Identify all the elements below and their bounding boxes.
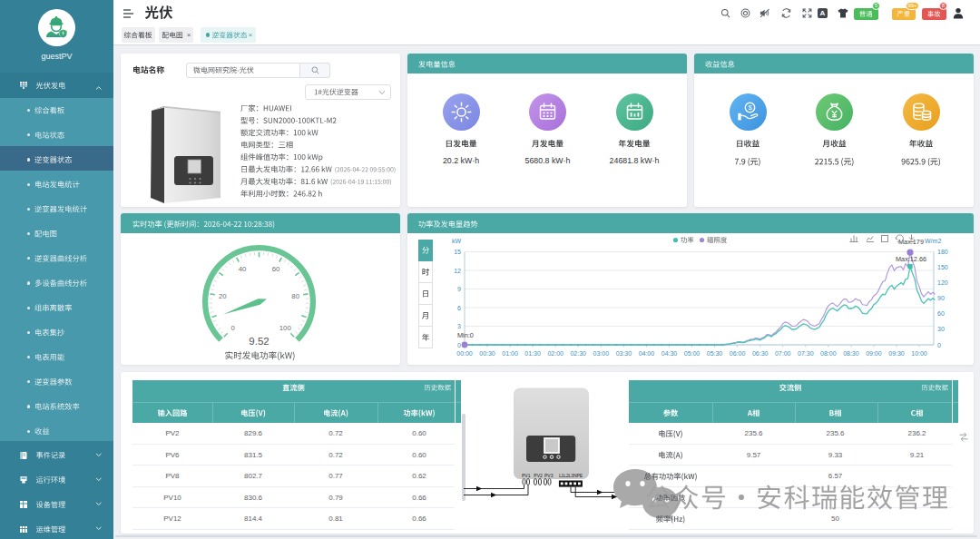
svg-text:PV3: PV3 [544, 473, 554, 478]
svg-text:05:00: 05:00 [684, 350, 701, 357]
svg-text:05:30: 05:30 [707, 350, 723, 357]
svg-text:90: 90 [937, 295, 945, 301]
svg-text:40: 40 [239, 265, 247, 273]
svg-text:120: 120 [937, 279, 948, 286]
svg-text:30: 30 [937, 326, 945, 332]
svg-text:W/m2: W/m2 [925, 238, 941, 244]
svg-text:9.52: 9.52 [249, 336, 269, 347]
svg-text:01:00: 01:00 [502, 350, 518, 357]
svg-text:03:00: 03:00 [593, 350, 610, 357]
svg-text:04:30: 04:30 [662, 350, 678, 357]
svg-text:09:30: 09:30 [888, 350, 905, 357]
svg-text:02:00: 02:00 [547, 350, 564, 357]
svg-text:0: 0 [937, 342, 941, 348]
svg-text:20: 20 [219, 292, 227, 300]
svg-text:180: 180 [937, 249, 948, 255]
svg-text:L1L2L3NPE: L1L2L3NPE [559, 473, 583, 478]
svg-text:9: 9 [457, 286, 461, 292]
svg-text:0: 0 [231, 324, 236, 332]
svg-text:07:30: 07:30 [798, 350, 814, 357]
svg-text:Max:12.66: Max:12.66 [896, 255, 926, 263]
svg-text:0: 0 [457, 342, 461, 348]
svg-text:06:00: 06:00 [730, 350, 746, 357]
svg-text:150: 150 [937, 264, 948, 270]
svg-text:00:00: 00:00 [456, 350, 473, 357]
svg-text:3: 3 [457, 323, 461, 329]
svg-text:08:30: 08:30 [843, 350, 859, 357]
svg-text:12: 12 [454, 268, 461, 274]
svg-text:00:30: 00:30 [479, 350, 495, 357]
svg-text:07:00: 07:00 [775, 350, 791, 357]
svg-text:15: 15 [454, 249, 461, 255]
svg-text:10:00: 10:00 [911, 350, 927, 357]
svg-text:100: 100 [279, 324, 292, 332]
svg-text:PV1: PV1 [522, 473, 531, 478]
svg-text:04:00: 04:00 [639, 350, 655, 357]
svg-text:01:30: 01:30 [524, 350, 541, 357]
svg-text:60: 60 [937, 310, 945, 317]
svg-text:06:30: 06:30 [752, 350, 769, 357]
svg-text:09:00: 09:00 [866, 350, 882, 357]
svg-text:PV2: PV2 [534, 473, 543, 478]
svg-text:08:00: 08:00 [820, 350, 837, 357]
svg-text:03:30: 03:30 [616, 350, 632, 357]
svg-text:6: 6 [457, 305, 461, 311]
svg-text:60: 60 [272, 265, 280, 273]
svg-text:Min:0: Min:0 [457, 331, 474, 339]
svg-text:02:30: 02:30 [570, 350, 586, 357]
svg-text:kW: kW [452, 238, 462, 244]
svg-text:80: 80 [291, 292, 299, 300]
